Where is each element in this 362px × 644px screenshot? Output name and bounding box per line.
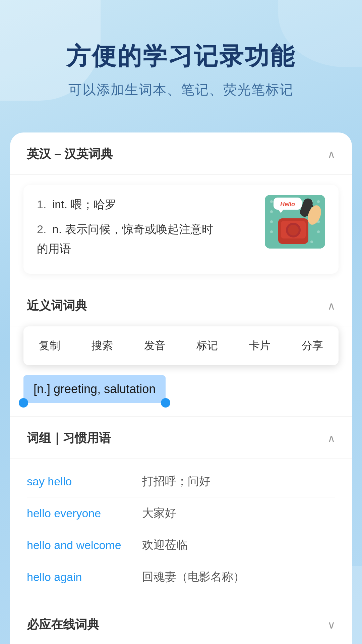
phrase-english-0: say hello — [27, 475, 134, 488]
selection-handle-right — [161, 398, 170, 408]
phrases-section: 词组｜习惯用语 ∧ say hello 打招呼；问好 hello everyon… — [10, 416, 352, 603]
svg-point-1 — [270, 200, 273, 203]
highlighted-text-container: [n.] greeting, salutation — [23, 375, 339, 403]
phrase-list: say hello 打招呼；问好 hello everyone 大家好 hell… — [10, 459, 352, 603]
collapsed-section-title-0: 必应在线词典 — [27, 616, 99, 633]
page-subtitle: 可以添加生词本、笔记、荧光笔标记 — [27, 80, 335, 99]
context-menu-share[interactable]: 分享 — [286, 333, 339, 359]
page-header: 方便的学习记录功能 可以添加生词本、笔记、荧光笔标记 — [0, 0, 362, 119]
synonyms-section-header[interactable]: 近义词词典 ∧ — [10, 284, 352, 326]
svg-point-20 — [288, 225, 299, 235]
synonyms-section: 近义词词典 ∧ 复制 搜索 发音 标记 卡片 分享 [n.] greeting,… — [10, 284, 352, 403]
chevron-down-icon-0: ∨ — [327, 619, 335, 631]
highlighted-text: [n.] greeting, salutation — [23, 375, 166, 403]
phone-illustration: Hello — [265, 195, 325, 249]
telephone-svg: Hello — [265, 195, 325, 249]
svg-point-9 — [270, 220, 273, 223]
def-num-2: 2. — [37, 223, 46, 235]
synonyms-chevron-icon: ∧ — [327, 300, 335, 312]
phrase-item-1[interactable]: hello everyone 大家好 — [27, 497, 335, 529]
context-menu-mark[interactable]: 标记 — [181, 333, 234, 359]
def-type-2: n. 表示问候，惊奇或唤起注意时的用语 — [37, 223, 213, 255]
context-menu-card[interactable]: 卡片 — [234, 333, 286, 359]
dict-def-2: 2. n. 表示问候，惊奇或唤起注意时的用语 — [37, 220, 257, 259]
phrases-chevron-icon: ∧ — [327, 432, 335, 445]
dict-chevron-icon: ∧ — [327, 148, 335, 161]
dict-section-header[interactable]: 英汉 – 汉英词典 ∧ — [10, 132, 352, 175]
context-menu: 复制 搜索 发音 标记 卡片 分享 — [23, 326, 339, 365]
svg-point-16 — [317, 230, 320, 233]
phrases-section-header[interactable]: 词组｜习惯用语 ∧ — [10, 417, 352, 459]
svg-point-6 — [317, 200, 320, 203]
dict-content-card: 1. int. 喂；哈罗 2. n. 表示问候，惊奇或唤起注意时的用语 — [23, 185, 339, 274]
context-menu-search[interactable]: 搜索 — [76, 333, 129, 359]
def-type-1: int. 喂；哈罗 — [52, 198, 116, 211]
main-card: 英汉 – 汉英词典 ∧ 1. int. 喂；哈罗 2. n. 表示问候，惊奇或唤… — [10, 132, 352, 644]
context-menu-copy[interactable]: 复制 — [23, 333, 76, 359]
hello-illustration: Hello — [265, 195, 325, 249]
phrase-english-2: hello and welcome — [27, 539, 134, 552]
phrase-item-2[interactable]: hello and welcome 欢迎莅临 — [27, 529, 335, 561]
dict-section-title: 英汉 – 汉英词典 — [27, 146, 113, 162]
svg-text:Hello: Hello — [280, 201, 295, 208]
phrase-item-3[interactable]: hello again 回魂妻（电影名称） — [27, 561, 335, 593]
page-title: 方便的学习记录功能 — [27, 40, 335, 72]
phrase-english-3: hello again — [27, 571, 134, 584]
phrase-chinese-3: 回魂妻（电影名称） — [142, 569, 245, 585]
synonyms-section-title: 近义词词典 — [27, 298, 87, 314]
selection-handle-left — [19, 398, 28, 408]
svg-point-11 — [270, 230, 273, 233]
phrase-english-1: hello everyone — [27, 507, 134, 520]
dict-def-1: 1. int. 喂；哈罗 — [37, 195, 257, 214]
svg-point-15 — [310, 240, 313, 243]
phrases-section-title: 词组｜习惯用语 — [27, 430, 111, 446]
def-num-1: 1. — [37, 198, 46, 211]
phrase-chinese-0: 打招呼；问好 — [142, 474, 210, 489]
phrase-item-0[interactable]: say hello 打招呼；问好 — [27, 466, 335, 497]
phrase-chinese-1: 大家好 — [142, 505, 176, 521]
context-menu-pronounce[interactable]: 发音 — [128, 333, 181, 359]
svg-point-7 — [270, 210, 273, 213]
phrase-chinese-2: 欢迎莅临 — [142, 537, 188, 553]
collapsed-sections: 必应在线词典 ∨ 常用例句库 ∨ 听力原声例句 + — [10, 603, 352, 644]
dict-definitions: 1. int. 喂；哈罗 2. n. 表示问候，惊奇或唤起注意时的用语 — [37, 195, 257, 264]
collapsed-section-0[interactable]: 必应在线词典 ∨ — [10, 603, 352, 644]
